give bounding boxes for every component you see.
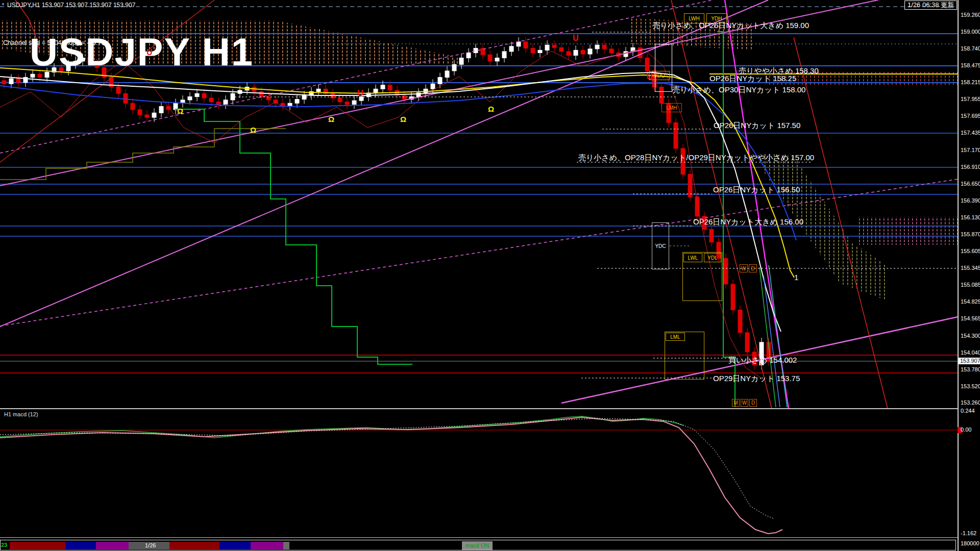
candle-body: [209, 98, 213, 102]
candle-body: [231, 93, 235, 100]
candle-body: [467, 53, 471, 58]
price-axis-label: 158.740: [961, 45, 980, 52]
candle-body: [695, 197, 699, 216]
level-box: W: [741, 399, 748, 407]
candle-body: [259, 91, 263, 96]
price-axis-label: 156.130: [961, 214, 980, 221]
level-box: YDO: [649, 71, 670, 80]
day-strip-segment: [96, 542, 129, 549]
candle-body: [567, 52, 571, 56]
chart-annotation: OP26日NYカット 156.50: [713, 186, 800, 194]
candle-body: [345, 102, 349, 105]
price-axis-label: 157.170: [961, 147, 980, 154]
chart-canvas[interactable]: [0, 0, 980, 551]
chart-watermark: USDJPY H1: [30, 30, 254, 74]
chart-annotation: 売り小さめ、OP28日NYカット/OP29日NYカットやや小さめ 157.00: [578, 154, 814, 162]
candle-body: [338, 98, 342, 102]
candle-body: [31, 74, 35, 77]
chart-annotation: OP26日NYカット 158.25: [709, 74, 796, 83]
candle-body: [609, 49, 614, 53]
symbol-info: USDJPY,H1 153.907 153.907 153.907 153.90…: [7, 2, 135, 9]
day-strip-date-label: 1/26: [145, 542, 156, 549]
price-axis-label: 155.345: [961, 265, 980, 271]
price-axis-label: 154.040: [961, 349, 980, 356]
updated-timestamp: 1/26 06:38 更新: [904, 1, 957, 10]
candle-body: [438, 78, 442, 84]
price-axis-label: 156.910: [961, 164, 980, 170]
mt4-chart-window: { "header": { "symbol_info": "USDJPY,H1 …: [0, 0, 980, 551]
price-axis-line: [958, 0, 959, 551]
candle-body: [502, 52, 506, 58]
candle-body: [731, 284, 735, 310]
buy-marker-icon: Ω: [400, 116, 406, 123]
candle-body: [188, 97, 192, 100]
candle-body: [552, 45, 556, 47]
level-box: W: [740, 264, 748, 272]
macd-axis-label: 0.00: [961, 427, 971, 433]
macd-toggle[interactable]: macd ON: [462, 541, 493, 550]
candle-body: [724, 258, 728, 284]
candle-body: [545, 45, 549, 50]
price-axis-label: 153.260: [961, 399, 980, 406]
day-strip-segment: [251, 542, 283, 549]
candle-body: [266, 97, 271, 100]
buy-marker-icon: Ω: [488, 106, 494, 113]
candle-body: [588, 49, 592, 54]
level-box: LWL: [683, 253, 702, 262]
candle-body: [16, 79, 20, 83]
candle-body: [216, 102, 220, 105]
chart-annotation: OP26日NYカット 157.50: [714, 121, 800, 130]
buy-marker-icon: Ω: [328, 116, 334, 123]
sell-marker-icon: U: [573, 35, 579, 42]
candle-body: [674, 122, 678, 148]
day-strip-segment: [283, 542, 289, 549]
candle-body: [352, 101, 356, 105]
day-strip-segment: [10, 542, 65, 549]
candle-body: [431, 84, 435, 89]
candle-body: [202, 93, 206, 98]
candle-body: [381, 85, 385, 89]
chart-annotation: 1: [794, 273, 798, 282]
candle-body: [295, 99, 299, 104]
level-box: LML: [666, 333, 685, 341]
khaki-step: [0, 129, 286, 180]
macd-axis-label: 0.244: [961, 408, 975, 414]
candle-body: [645, 58, 649, 71]
candle-body: [595, 45, 599, 49]
candle-body: [2, 81, 6, 84]
chart-annotation: OP29日NYカット 153.75: [713, 374, 800, 383]
candle-body: [445, 71, 449, 78]
chart-annotation: 2: [793, 356, 797, 364]
level-box: YDC: [652, 222, 669, 269]
ichimoku-cloud: [857, 217, 958, 245]
candle-body: [509, 46, 513, 52]
price-axis-label: 156.390: [961, 197, 980, 204]
candle-body: [709, 229, 714, 242]
candle-body: [9, 79, 13, 84]
candle-body: [38, 74, 42, 77]
price-axis-label: 156.650: [961, 181, 980, 187]
day-strip-segment: [219, 542, 251, 549]
pane-separator-bottom[interactable]: [0, 537, 958, 538]
candle-body: [688, 174, 692, 197]
sell-marker-icon: U: [357, 90, 363, 97]
candle-body: [302, 95, 306, 99]
price-axis-label: 159.260: [961, 12, 980, 18]
price-axis-label: 157.695: [961, 113, 980, 119]
level-box: D: [749, 399, 757, 407]
candle-body: [316, 89, 321, 91]
candle-body: [602, 45, 606, 49]
symbol-bullet: [2, 3, 4, 5]
price-axis-label: 157.435: [961, 130, 980, 136]
day-strip-segment: [65, 542, 96, 549]
chart-annotation: 買い小さめ 154.00: [728, 356, 793, 364]
price-axis-label: 154.300: [961, 333, 980, 339]
candle-body: [538, 50, 542, 53]
pane-separator-top[interactable]: [0, 408, 958, 409]
candle-body: [145, 115, 149, 117]
candle-body: [374, 89, 378, 93]
candle-body: [152, 113, 156, 117]
macd-axis-label: 180000: [961, 540, 979, 547]
candle-body: [116, 87, 120, 94]
price-axis-label: 153.780: [961, 366, 980, 373]
